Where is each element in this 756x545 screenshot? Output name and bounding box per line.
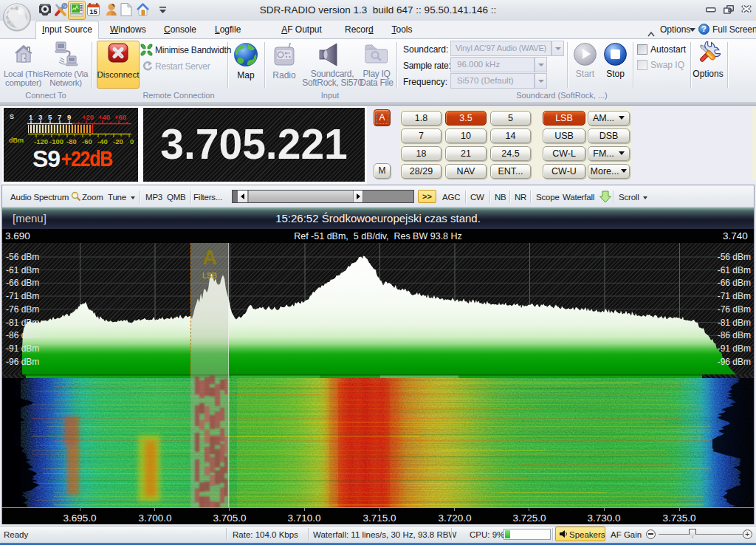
svg-text:15: 15 <box>89 7 97 16</box>
